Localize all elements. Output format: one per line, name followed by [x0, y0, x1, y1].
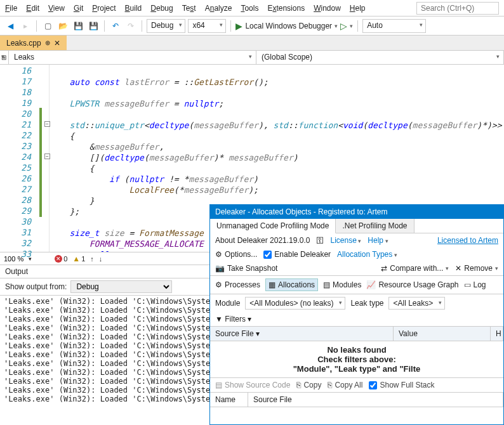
new-item-icon[interactable]: ▢	[41, 20, 54, 32]
tab-dotnet[interactable]: .Net Profiling Mode	[336, 219, 414, 233]
remove-button[interactable]: ✕Remove	[455, 264, 498, 273]
start-nodbg-icon[interactable]: ▷	[340, 21, 347, 31]
resource-graph-tab[interactable]: 📈Resource Usage Graph	[366, 280, 458, 289]
copy-icon: ⎘	[296, 381, 301, 389]
search-input[interactable]	[416, 2, 499, 15]
menu-tools[interactable]: Tools	[241, 4, 258, 13]
menu-extensions[interactable]: Extensions	[267, 4, 305, 13]
warning-count[interactable]: ▲1	[72, 254, 85, 263]
options-button[interactable]: ⚙Options...	[215, 250, 257, 259]
col-h[interactable]: H	[491, 327, 503, 341]
menu-project[interactable]: Project	[92, 4, 116, 13]
col-value[interactable]: Value	[394, 327, 491, 341]
save-all-icon[interactable]: 💾	[87, 20, 100, 32]
deleaker-panel: Deleaker - Allocated Objects - Registere…	[209, 204, 504, 425]
leak-type-dropdown[interactable]: <All Leaks>	[388, 297, 445, 310]
tab-unmanaged[interactable]: Unmanaged Code Profiling Mode	[210, 219, 336, 233]
filters-button[interactable]: ▼ Filters ▾	[210, 312, 503, 327]
key-icon: ⚿	[316, 236, 324, 245]
menu-edit[interactable]: Edit	[26, 4, 39, 13]
enable-deleaker-checkbox[interactable]: Enable Deleaker	[263, 250, 331, 259]
help-menu[interactable]: Help	[368, 236, 388, 245]
menu-window[interactable]: Window	[314, 4, 341, 13]
menu-file[interactable]: File	[5, 4, 17, 13]
gear-icon: ⚙	[215, 250, 222, 259]
scope-member[interactable]: (Global Scope)	[256, 51, 504, 64]
file-tab-leaks[interactable]: Leaks.cpp ⊕ ✕	[0, 36, 67, 50]
col-source-file[interactable]: Source File ▾	[210, 327, 394, 341]
start-dropdown-icon[interactable]: ▾	[350, 23, 353, 29]
menu-test[interactable]: Test	[182, 4, 196, 13]
licensed-to-link[interactable]: Licensed to Artem	[437, 236, 498, 245]
nav-fwd-icon[interactable]: ▸	[19, 20, 32, 32]
menu-bar: File Edit View Git Project Build Debug T…	[0, 0, 504, 16]
scope-bar: ⊞ Leaks (Global Scope)	[0, 51, 504, 65]
line-number-gutter: 1617 1819 2021 2223 2425 2627 2829 3031 …	[0, 65, 50, 252]
allocation-types-menu[interactable]: Allocation Types	[337, 250, 397, 259]
menu-git[interactable]: Git	[74, 4, 83, 13]
stack-grid-header: Name Source File	[210, 393, 503, 407]
scope-icon: ⊞	[1, 54, 6, 61]
document-tab-bar: Leaks.cpp ⊕ ✕	[0, 36, 504, 51]
menu-debug[interactable]: Debug	[150, 4, 173, 13]
modules-icon: ▤	[323, 280, 330, 289]
pin-icon[interactable]: ⊕	[45, 39, 50, 46]
leak-type-label: Leak type	[350, 299, 383, 308]
processes-tab[interactable]: ⚙Processes	[215, 280, 260, 289]
module-dropdown[interactable]: <All Modules> (no leaks)	[245, 297, 345, 310]
copy-button[interactable]: ⎘Copy	[296, 381, 321, 389]
remove-icon: ✕	[455, 264, 461, 273]
copy-all-button[interactable]: ⎘Copy All	[328, 381, 362, 389]
col-name[interactable]: Name	[210, 393, 248, 407]
redo-icon[interactable]: ↷	[124, 20, 137, 32]
source-icon: ▤	[215, 381, 222, 389]
license-menu[interactable]: License	[330, 236, 361, 245]
scope-class[interactable]: Leaks	[9, 51, 256, 64]
auto-dropdown[interactable]: Auto	[362, 19, 426, 33]
log-tab[interactable]: ▭Log	[464, 280, 486, 289]
copy-all-icon: ⎘	[328, 381, 332, 389]
start-debug-icon[interactable]: ▶	[235, 21, 242, 31]
error-count[interactable]: ✕0	[55, 255, 67, 263]
fold-icon[interactable]: −	[44, 154, 50, 159]
close-tab-icon[interactable]: ✕	[54, 39, 60, 48]
debugger-label[interactable]: Local Windows Debugger	[245, 22, 332, 30]
no-leaks-message: No leaks found Check filters above: "Mod…	[210, 341, 503, 377]
camera-icon: 📷	[215, 264, 225, 273]
debugger-dropdown-icon[interactable]: ▾	[335, 23, 338, 29]
graph-icon: 📈	[366, 280, 376, 289]
nav-back-icon[interactable]: ◀	[4, 20, 17, 32]
menu-build[interactable]: Build	[125, 4, 142, 13]
show-source-button[interactable]: ▤Show Source Code	[215, 381, 290, 389]
col-source-file[interactable]: Source File	[248, 393, 503, 407]
take-snapshot-button[interactable]: 📷Take Snapshot	[215, 264, 277, 273]
save-icon[interactable]: 💾	[72, 20, 84, 32]
fold-icon[interactable]: −	[44, 121, 50, 127]
file-tab-label: Leaks.cpp	[6, 39, 41, 48]
allocation-columns: Source File ▾ Value H	[210, 327, 503, 341]
menu-analyze[interactable]: Analyze	[205, 4, 232, 13]
about-label: About Deleaker 2021.19.0.0	[215, 236, 310, 245]
menu-view[interactable]: View	[48, 4, 65, 13]
nav-down-icon[interactable]: ↓	[99, 255, 103, 263]
platform-dropdown[interactable]: x64	[188, 19, 226, 33]
config-dropdown[interactable]: Debug	[147, 19, 185, 33]
processes-icon: ⚙	[215, 280, 222, 289]
show-full-stack-checkbox[interactable]: Show Full Stack	[369, 381, 434, 389]
nav-up-icon[interactable]: ↑	[90, 255, 94, 263]
menu-help[interactable]: Help	[350, 4, 366, 13]
compare-icon: ⇄	[381, 264, 387, 273]
deleaker-mode-tabs: Unmanaged Code Profiling Mode .Net Profi…	[210, 219, 503, 233]
modules-tab[interactable]: ▤Modules	[323, 280, 361, 289]
compare-with-button[interactable]: ⇄Compare with...	[381, 264, 449, 273]
output-from-label: Show output from:	[5, 282, 67, 291]
allocations-tab[interactable]: ▦Allocations	[265, 278, 318, 291]
deleaker-title: Deleaker - Allocated Objects - Registere…	[210, 205, 503, 219]
open-icon[interactable]: 📂	[56, 20, 69, 32]
undo-icon[interactable]: ↶	[109, 20, 122, 32]
module-label: Module	[215, 299, 240, 308]
output-source-dropdown[interactable]: Debug	[70, 280, 172, 293]
log-icon: ▭	[464, 280, 471, 289]
allocations-icon: ▦	[269, 280, 275, 289]
scope-project[interactable]: ⊞	[0, 51, 9, 64]
